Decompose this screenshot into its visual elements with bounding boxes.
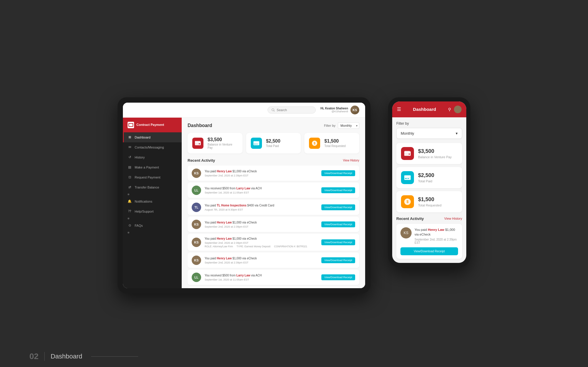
svg-rect-5 bbox=[253, 141, 259, 145]
stat-card-balance: $3,500 Balance in Venture Pay bbox=[188, 133, 243, 154]
receipt-button[interactable]: View/Download Receipt bbox=[321, 274, 355, 280]
activity-title: Recent Activity bbox=[188, 158, 215, 163]
table-row: KS You paid Henry Law $1,000 via eCheck … bbox=[188, 253, 359, 268]
sidebar-item-help[interactable]: ⁇ Help/Support bbox=[123, 206, 182, 216]
main-content: Dashboard Filter by Monthly Weekly Yearl… bbox=[182, 118, 365, 288]
phone-filter-label: Filter by bbox=[396, 121, 462, 126]
sidebar-logo[interactable]: Contract Payment bbox=[123, 118, 182, 132]
activity-text: You paid Henry Law $1,000 via eCheck Sep… bbox=[205, 221, 318, 228]
activity-time: September 2nd, 2020 at 2:39pm EST bbox=[205, 241, 318, 244]
table-row: LL You received $500 from Larry Law via … bbox=[188, 183, 359, 198]
phone-search-icon[interactable]: ⚲ bbox=[448, 107, 451, 112]
stat-label-paid: Total Paid bbox=[266, 144, 280, 148]
avatar-image: KS bbox=[350, 106, 359, 114]
stat-amount-paid: $2,500 bbox=[266, 139, 280, 144]
faq-icon: ⊙ bbox=[128, 223, 132, 228]
svg-rect-7 bbox=[254, 144, 256, 144]
receipt-button[interactable]: View/Download Receipt bbox=[321, 187, 355, 193]
receipt-button[interactable]: View/Download Receipt bbox=[321, 239, 355, 245]
svg-rect-16 bbox=[404, 176, 411, 177]
user-info: Hi, Keaton Shaheen @KShaheen8 KS bbox=[320, 106, 359, 114]
sidebar-label-help: Help/Support bbox=[135, 210, 153, 213]
stat-info-balance: $3,500 Balance in Venture Pay bbox=[208, 137, 238, 149]
svg-rect-13 bbox=[405, 151, 410, 152]
phone-frame: ☰ Dashboard ⚲ Filter by Monthly ▾ bbox=[388, 97, 470, 267]
activity-time: September 1st, 2020 at 11:05am EST bbox=[205, 278, 318, 281]
help-icon: ⁇ bbox=[128, 209, 132, 213]
phone-activity-text: You paid Henry Law $1,000 via eCheck Sep… bbox=[415, 227, 458, 244]
page-number: 02 bbox=[29, 352, 39, 361]
svg-rect-15 bbox=[404, 175, 411, 180]
phone-content: Filter by Monthly ▾ bbox=[392, 117, 466, 263]
filter-select[interactable]: Monthly Weekly Yearly bbox=[338, 122, 359, 129]
avatar-image: LL bbox=[192, 273, 201, 282]
svg-point-14 bbox=[409, 154, 410, 155]
receipt-button[interactable]: View/Download Receipt bbox=[321, 257, 355, 263]
phone-receipt-button[interactable]: View/Download Receipt bbox=[400, 247, 458, 255]
svg-text:$: $ bbox=[407, 200, 409, 204]
stat-card-paid: $2,500 Total Paid bbox=[246, 133, 301, 154]
phone-stat-info-requested: $1,500 Total Requested bbox=[418, 196, 442, 207]
search-input[interactable] bbox=[277, 108, 312, 112]
card-icon bbox=[251, 138, 262, 149]
sidebar-divider-1 bbox=[128, 193, 129, 195]
avatar-image: KS bbox=[192, 220, 201, 229]
receipt-button[interactable]: View/Download Receipt bbox=[321, 170, 355, 176]
avatar-image: KS bbox=[192, 238, 201, 247]
tablet-inner: Contract Payment ⊞ Dashboard ✉ Contacts/… bbox=[123, 118, 365, 288]
hamburger-icon[interactable]: ☰ bbox=[397, 106, 401, 112]
activity-text: You paid Henry Law $1,000 via eCheck Sep… bbox=[205, 237, 318, 248]
sidebar-item-contacts[interactable]: ✉ Contacts/Messaging bbox=[123, 142, 182, 152]
phone-view-history-link[interactable]: View History bbox=[444, 217, 462, 220]
money-icon: $ bbox=[309, 138, 320, 149]
avatar: TL bbox=[192, 203, 201, 212]
sidebar-item-transfer[interactable]: ⇄ Transfer Balance bbox=[123, 182, 182, 192]
phone-icons: ⚲ bbox=[448, 106, 462, 113]
sidebar: Contract Payment ⊞ Dashboard ✉ Contacts/… bbox=[123, 118, 182, 288]
filter-label: Filter by bbox=[324, 124, 335, 127]
activity-desc: You received $500 from Larry Law via ACH bbox=[205, 186, 318, 191]
phone-avatar[interactable] bbox=[454, 106, 462, 113]
avatar-image: KS bbox=[192, 256, 201, 265]
tablet-frame: Hi, Keaton Shaheen @KShaheen8 KS Contra bbox=[118, 97, 370, 293]
sidebar-label-transfer: Transfer Balance bbox=[135, 186, 159, 189]
sidebar-item-dashboard[interactable]: ⊞ Dashboard bbox=[123, 132, 182, 142]
bottom-label-text: Dashboard bbox=[51, 353, 82, 360]
dashboard-header: Dashboard Filter by Monthly Weekly Yearl… bbox=[188, 122, 359, 129]
transfer-icon: ⇄ bbox=[128, 185, 132, 189]
sidebar-label-contacts: Contacts/Messaging bbox=[135, 146, 164, 149]
view-history-link[interactable]: View History bbox=[343, 159, 359, 162]
table-row: KS You paid Henry Law $1,000 via eCheck … bbox=[188, 217, 359, 232]
sidebar-item-notifications[interactable]: 🔔 Notifications bbox=[123, 196, 182, 206]
user-avatar[interactable]: KS bbox=[350, 106, 359, 114]
phone-filter-select[interactable]: Monthly ▾ bbox=[396, 128, 462, 139]
search-box[interactable] bbox=[268, 106, 316, 114]
sidebar-item-history[interactable]: ↺ History bbox=[123, 152, 182, 162]
sidebar-label-history: History bbox=[135, 156, 145, 159]
phone-stat-label-requested: Total Requested bbox=[418, 203, 442, 207]
phone-activity-item: KS You paid Henry Law $1,000 via eCheck … bbox=[396, 224, 462, 259]
activity-desc: You paid Henry Law $1,000 via eCheck bbox=[205, 237, 318, 241]
stat-label-balance: Balance in Venture Pay bbox=[208, 143, 238, 149]
phone-stat-amount-balance: $3,500 bbox=[418, 148, 452, 154]
receipt-button[interactable]: View/Download Receipt bbox=[321, 204, 355, 210]
stat-amount-requested: $1,500 bbox=[324, 139, 345, 144]
sidebar-item-request[interactable]: ⊡ Request Payment bbox=[123, 172, 182, 182]
avatar-image: KS bbox=[192, 169, 201, 178]
phone-topbar: ☰ Dashboard ⚲ bbox=[392, 101, 466, 117]
table-row: TL You paid TL Home Inspections $400 via… bbox=[188, 287, 359, 288]
sidebar-item-payment[interactable]: ▤ Make a Payment bbox=[123, 162, 182, 172]
stat-info-paid: $2,500 Total Paid bbox=[266, 139, 280, 148]
activity-time: September 1st, 2020 at 11:05am EST bbox=[205, 191, 318, 194]
phone-activity-row: KS You paid Henry Law $1,000 via eCheck … bbox=[400, 227, 458, 244]
wallet-icon bbox=[192, 138, 203, 149]
bottom-section: 02 Dashboard bbox=[29, 352, 138, 361]
page-title: Dashboard bbox=[188, 123, 212, 128]
receipt-button[interactable]: View/Download Receipt bbox=[321, 221, 355, 227]
table-row: KS You paid Henry Law $1,000 via eCheck … bbox=[188, 234, 359, 251]
sidebar-item-faqs[interactable]: ⊙ FAQs bbox=[123, 221, 182, 231]
search-icon bbox=[271, 108, 275, 112]
activity-time: September 2nd, 2020 at 2:39pm EST bbox=[205, 174, 318, 177]
phone-card-icon bbox=[401, 171, 414, 184]
contacts-icon: ✉ bbox=[128, 145, 132, 149]
